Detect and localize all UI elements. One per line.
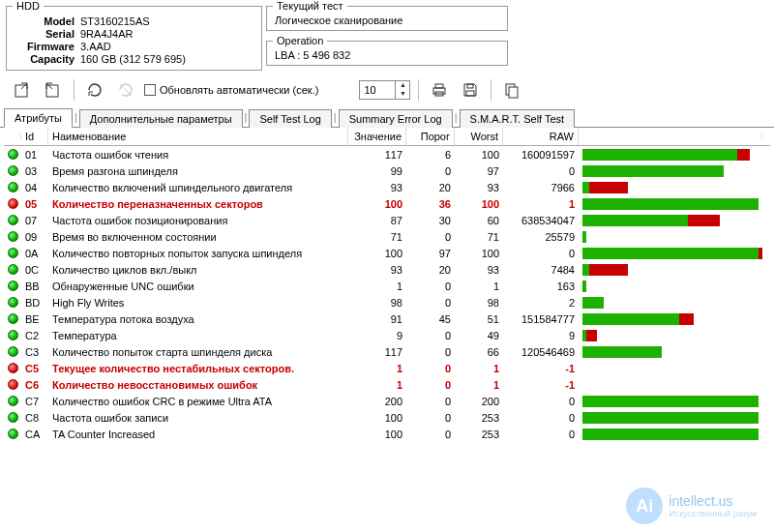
table-row[interactable]: C8Частота ошибок записи10002530 bbox=[4, 409, 770, 426]
cell-name: Количество ошибок CRC в режиме Ultra ATA bbox=[48, 395, 348, 408]
tab-3[interactable]: Summary Error Log bbox=[339, 109, 453, 128]
cell-bar bbox=[579, 263, 762, 277]
tab-1[interactable]: Дополнительные параметры bbox=[79, 109, 243, 128]
operation-value: LBA : 5 496 832 bbox=[275, 49, 499, 61]
operation-title: Operation bbox=[273, 35, 327, 46]
cell-raw: 638534047 bbox=[503, 214, 579, 227]
smart-table: Id Наименование Значение Порог Worst RAW… bbox=[0, 128, 774, 442]
table-row[interactable]: 04Количество включений шпиндельного двиг… bbox=[4, 179, 770, 195]
col-threshold[interactable]: Порог bbox=[406, 128, 455, 145]
table-row[interactable]: C2Температура90499 bbox=[4, 327, 770, 343]
refresh-button[interactable] bbox=[82, 78, 107, 102]
col-id[interactable]: Id bbox=[21, 128, 48, 145]
watermark-subtitle: Искусственный разум bbox=[669, 509, 757, 518]
cell-raw: 7966 bbox=[503, 181, 579, 194]
table-row[interactable]: C6Количество невосстановимых ошибок101-1 bbox=[4, 376, 770, 393]
status-led-icon bbox=[8, 412, 18, 423]
cell-threshold: 0 bbox=[406, 329, 455, 342]
current-test-panel: Текущий тест Логическое сканирование bbox=[266, 6, 508, 31]
import-button[interactable] bbox=[41, 78, 66, 102]
checkbox-icon bbox=[144, 84, 156, 96]
table-row[interactable]: BDHigh Fly Writes980982 bbox=[4, 294, 770, 310]
cell-raw: 7484 bbox=[503, 263, 579, 277]
cell-id: 07 bbox=[21, 214, 48, 227]
col-value[interactable]: Значение bbox=[348, 128, 406, 145]
cell-name: Количество невосстановимых ошибок bbox=[48, 378, 348, 392]
tab-4[interactable]: S.M.A.R.T. Self Test bbox=[460, 109, 576, 128]
cell-worst: 100 bbox=[455, 148, 503, 162]
interval-input[interactable] bbox=[360, 81, 395, 99]
cell-name: Текущее количество нестабильных секторов… bbox=[48, 362, 348, 375]
cell-bar bbox=[579, 395, 762, 408]
table-row[interactable]: C5Текущее количество нестабильных сектор… bbox=[4, 360, 770, 376]
print-button[interactable] bbox=[427, 78, 452, 102]
status-led-icon bbox=[8, 264, 18, 275]
cell-worst: 100 bbox=[455, 247, 503, 260]
cell-raw: 9 bbox=[503, 329, 579, 342]
tab-sep: | bbox=[453, 111, 460, 123]
table-row[interactable]: 0CКоличество циклов вкл./выкл9320937484 bbox=[4, 261, 770, 278]
stop-refresh-button[interactable] bbox=[113, 78, 138, 102]
table-header: Id Наименование Значение Порог Worst RAW bbox=[4, 128, 770, 146]
cell-bar bbox=[579, 230, 762, 244]
cell-bar bbox=[579, 411, 762, 425]
cell-worst: 1 bbox=[455, 280, 503, 293]
cell-name: Частота ошибок позиционирования bbox=[48, 214, 348, 227]
table-row[interactable]: C3Количество попыток старта шпинделя дис… bbox=[4, 343, 770, 360]
cell-threshold: 0 bbox=[406, 362, 455, 375]
col-worst[interactable]: Worst bbox=[455, 128, 503, 145]
export-button[interactable] bbox=[10, 78, 35, 102]
cell-raw: -1 bbox=[503, 362, 579, 375]
cell-name: Температура bbox=[48, 329, 348, 342]
table-row[interactable]: 07Частота ошибок позиционирования8730606… bbox=[4, 212, 770, 228]
cell-name: Количество повторных попыток запуска шпи… bbox=[48, 247, 348, 260]
cell-value: 87 bbox=[348, 214, 406, 227]
cell-value: 1 bbox=[348, 280, 406, 293]
cell-worst: 60 bbox=[455, 214, 503, 227]
status-led-icon bbox=[8, 429, 18, 439]
watermark: Ai intellect.us Искусственный разум bbox=[626, 488, 757, 524]
table-row[interactable]: 05Количество переназначенных секторов100… bbox=[4, 195, 770, 212]
cell-threshold: 0 bbox=[406, 395, 455, 408]
cell-name: Частота ошибок чтения bbox=[48, 148, 348, 162]
cell-raw: 1 bbox=[503, 197, 579, 211]
cell-raw: 0 bbox=[503, 395, 579, 408]
spin-up-icon[interactable]: ▲ bbox=[396, 81, 409, 90]
cell-worst: 66 bbox=[455, 345, 503, 359]
cell-id: C7 bbox=[21, 395, 48, 408]
cell-threshold: 0 bbox=[406, 428, 455, 441]
spin-down-icon[interactable]: ▼ bbox=[396, 90, 409, 99]
cell-raw: 0 bbox=[503, 428, 579, 441]
cell-value: 91 bbox=[348, 312, 406, 326]
cell-worst: 49 bbox=[455, 329, 503, 342]
table-row[interactable]: CATA Counter Increased10002530 bbox=[4, 426, 770, 442]
status-led-icon bbox=[8, 396, 18, 406]
cell-value: 93 bbox=[348, 263, 406, 277]
status-led-icon bbox=[8, 297, 18, 308]
col-name[interactable]: Наименование bbox=[48, 128, 348, 145]
auto-refresh-checkbox[interactable]: Обновлять автоматически (сек.) bbox=[144, 84, 318, 96]
copy-button[interactable] bbox=[499, 78, 524, 102]
table-row[interactable]: BBОбнаруженные UNC ошибки101163 bbox=[4, 278, 770, 294]
cell-id: 0A bbox=[21, 247, 48, 260]
save-button[interactable] bbox=[458, 78, 483, 102]
col-raw[interactable]: RAW bbox=[503, 128, 579, 145]
table-row[interactable]: BEТемпература потока воздуха914551151584… bbox=[4, 310, 770, 327]
table-row[interactable]: C7Количество ошибок CRC в режиме Ultra A… bbox=[4, 393, 770, 409]
table-row[interactable]: 0AКоличество повторных попыток запуска ш… bbox=[4, 245, 770, 261]
col-bar bbox=[579, 133, 762, 139]
table-row[interactable]: 09Время во включенном состоянии710712557… bbox=[4, 228, 770, 245]
auto-refresh-label: Обновлять автоматически (сек.) bbox=[160, 84, 318, 96]
label-capacity: Capacity bbox=[15, 53, 80, 65]
tab-0[interactable]: Атрибуты bbox=[4, 108, 73, 128]
table-row[interactable]: 01Частота ошибок чтения1176100160091597 bbox=[4, 146, 770, 163]
interval-spinner[interactable]: ▲ ▼ bbox=[359, 80, 410, 100]
table-row[interactable]: 03Время разгона шпинделя990970 bbox=[4, 163, 770, 179]
cell-value: 117 bbox=[348, 345, 406, 359]
value-serial: 9RA4J4AR bbox=[80, 28, 253, 40]
hdd-info-panel: HDD ModelST3160215AS Serial9RA4J4AR Firm… bbox=[6, 6, 262, 71]
cell-value: 1 bbox=[348, 378, 406, 392]
cell-bar bbox=[579, 329, 762, 342]
tab-2[interactable]: Self Test Log bbox=[249, 109, 331, 128]
cell-raw: -1 bbox=[503, 378, 579, 392]
